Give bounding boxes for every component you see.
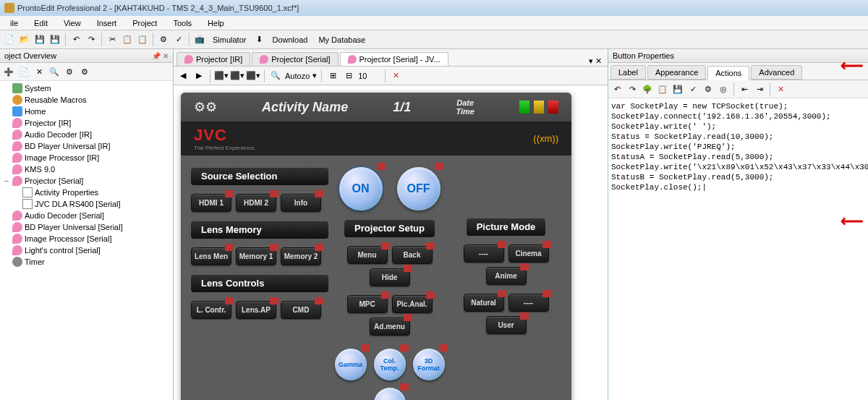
- tree-item[interactable]: System: [1, 82, 171, 94]
- lcontr-button[interactable]: L. Contr.: [191, 301, 231, 319]
- simulator-icon[interactable]: 📺: [193, 33, 206, 46]
- menu-button[interactable]: Menu: [347, 246, 388, 264]
- menu-project[interactable]: Project: [125, 17, 164, 29]
- 3dformat-button[interactable]: 3D Format: [413, 349, 445, 380]
- memory1-button[interactable]: Memory 1: [236, 247, 276, 265]
- back-button[interactable]: Back: [392, 246, 433, 264]
- picadj-button[interactable]: Pic. Adj.: [374, 388, 406, 400]
- tree-search-icon[interactable]: 🔍: [48, 65, 61, 78]
- tree-item[interactable]: KMS 9.0: [1, 163, 171, 175]
- hdmi2-button[interactable]: HDMI 2: [236, 194, 276, 212]
- tab-label[interactable]: Label: [610, 65, 646, 80]
- tree-item[interactable]: Reusable Macros: [1, 94, 171, 106]
- action-outdent-icon[interactable]: ⇤: [738, 82, 751, 95]
- align-left-icon[interactable]: ⬛▾: [215, 69, 228, 82]
- tree-item[interactable]: Timer: [1, 256, 171, 268]
- action-save-icon[interactable]: 💾: [671, 82, 684, 95]
- tree-gear-icon[interactable]: ⚙: [63, 65, 76, 78]
- download-icon[interactable]: ⬇: [252, 33, 265, 46]
- tab-advanced[interactable]: Advanced: [751, 65, 802, 80]
- action-check-icon[interactable]: ✓: [686, 82, 699, 95]
- off-button[interactable]: OFF: [397, 167, 441, 210]
- menu-help[interactable]: Help: [200, 17, 231, 29]
- cinema-button[interactable]: Cinema: [509, 244, 549, 263]
- action-script-editor[interactable]: var SocketPlay = new TCPSocket(true); So…: [608, 98, 868, 400]
- memory2-button[interactable]: Memory 2: [281, 247, 321, 265]
- menu-edit[interactable]: Edit: [27, 17, 55, 29]
- tree-item[interactable]: Projector [IR]: [1, 117, 171, 129]
- paste-icon[interactable]: 📋: [136, 33, 149, 46]
- natural-button[interactable]: Natural: [464, 294, 504, 312]
- tree-item[interactable]: BD Player Universal [Serial]: [1, 221, 171, 233]
- redo-icon[interactable]: ↷: [85, 33, 98, 46]
- save-icon[interactable]: 💾: [33, 33, 46, 46]
- mydatabase-button[interactable]: My Database: [314, 35, 370, 44]
- tree-item[interactable]: Audio Decoder [Serial]: [1, 210, 171, 221]
- coltemp-button[interactable]: Col. Temp.: [374, 349, 406, 380]
- hdmi1-button[interactable]: HDMI 1: [191, 194, 231, 212]
- menu-tools[interactable]: Tools: [166, 17, 199, 29]
- action-redo-icon[interactable]: ↷: [626, 82, 639, 95]
- tab-actions[interactable]: Actions: [707, 66, 749, 80]
- tab-projector-serial-jv[interactable]: Projector [Serial] - JV...: [340, 52, 448, 66]
- menu-view[interactable]: View: [56, 17, 88, 29]
- download-button[interactable]: Download: [268, 35, 312, 44]
- on-button[interactable]: ON: [339, 167, 383, 210]
- action-gear-icon[interactable]: ⚙: [702, 82, 715, 95]
- tree-del-icon[interactable]: ✕: [33, 65, 46, 78]
- action-delete-icon[interactable]: ✕: [774, 82, 787, 95]
- editor-canvas[interactable]: ⚙⚙ Activity Name 1/1 Date Time J: [174, 85, 608, 400]
- action-copy-icon[interactable]: 📋: [656, 82, 669, 95]
- pin-icon[interactable]: 📌 ✕: [152, 52, 169, 60]
- grid-value[interactable]: 10: [358, 72, 367, 80]
- distribute-icon[interactable]: ⬛▾: [247, 69, 260, 82]
- tree-item[interactable]: Home: [1, 106, 171, 117]
- hide-button[interactable]: Hide: [370, 268, 410, 286]
- tree-item[interactable]: −Projector [Serial]: [1, 175, 171, 187]
- autozoom-label[interactable]: Autozo: [285, 72, 310, 80]
- nav-prev-icon[interactable]: ◀: [176, 69, 190, 82]
- close-panel-icon[interactable]: ✕: [390, 69, 403, 82]
- action-tree-icon[interactable]: 🌳: [641, 82, 654, 95]
- tree-add-icon[interactable]: ➕: [2, 65, 15, 78]
- validate-icon[interactable]: ✓: [172, 33, 185, 46]
- open-icon[interactable]: 📂: [18, 33, 31, 46]
- zoom-icon[interactable]: 🔍: [269, 69, 282, 82]
- dash-button[interactable]: ----: [464, 244, 504, 263]
- picanal-button[interactable]: Pic.Anal.: [392, 295, 433, 313]
- cut-icon[interactable]: ✂: [106, 33, 119, 46]
- action-undo-icon[interactable]: ↶: [610, 82, 624, 95]
- mpc-button[interactable]: MPC: [347, 295, 388, 313]
- new-icon[interactable]: 📄: [3, 33, 16, 46]
- tree-gear2-icon[interactable]: ⚙: [78, 65, 91, 78]
- lensap-button[interactable]: Lens.AP: [236, 301, 276, 319]
- tree-item[interactable]: Image Processor [Serial]: [1, 233, 171, 244]
- tree-page-icon[interactable]: 📄: [17, 65, 30, 78]
- anime-button[interactable]: Anime: [486, 267, 527, 285]
- project-tree[interactable]: SystemReusable MacrosHomeProjector [IR]A…: [0, 81, 173, 400]
- menu-insert[interactable]: Insert: [90, 17, 124, 29]
- tree-item[interactable]: Light's control [Serial]: [1, 244, 171, 256]
- cmd-button[interactable]: CMD: [281, 301, 321, 319]
- user-button[interactable]: User: [486, 316, 527, 334]
- tree-item[interactable]: Image Processor [IR]: [1, 152, 171, 163]
- tab-appearance[interactable]: Appearance: [647, 65, 706, 80]
- dash2-button[interactable]: ----: [509, 294, 549, 312]
- gamma-button[interactable]: Gamma: [335, 349, 367, 380]
- info-button[interactable]: Info: [281, 194, 321, 212]
- copy-icon[interactable]: 📋: [121, 33, 134, 46]
- tab-projector-ir[interactable]: Projector [IR]: [176, 52, 250, 66]
- lensmen-button[interactable]: Lens Men: [191, 247, 231, 265]
- simulator-button[interactable]: Simulator: [208, 35, 250, 44]
- admenu-button[interactable]: Ad.menu: [370, 318, 410, 336]
- snap-icon[interactable]: ⊟: [342, 69, 355, 82]
- align-center-icon[interactable]: ⬛▾: [231, 69, 244, 82]
- gear-icon[interactable]: ⚙: [157, 33, 170, 46]
- action-target-icon[interactable]: ◎: [717, 82, 730, 95]
- undo-icon[interactable]: ↶: [69, 33, 82, 46]
- saveall-icon[interactable]: 💾: [48, 33, 61, 46]
- tab-menu-icon[interactable]: ▾ ✕: [586, 56, 605, 66]
- tree-item[interactable]: JVC DLA RS400 [Serial]: [1, 198, 171, 210]
- tree-item[interactable]: Audio Decoder [IR]: [1, 129, 171, 140]
- tab-projector-serial[interactable]: Projector [Serial]: [252, 52, 338, 66]
